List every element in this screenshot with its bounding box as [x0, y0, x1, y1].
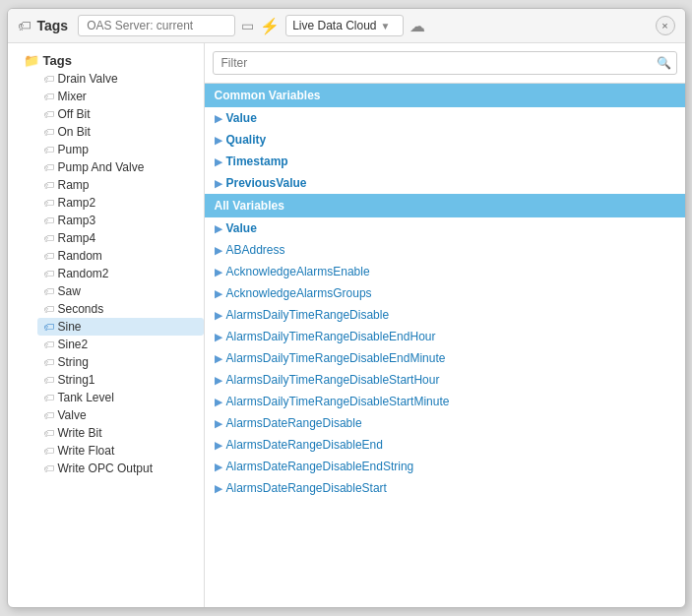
- tree-item[interactable]: 🏷Ramp4: [37, 229, 204, 247]
- variable-item-label: AcknowledgeAlarmsGroups: [226, 286, 372, 300]
- tree-item-label: Pump: [58, 143, 89, 156]
- chevron-right-icon: ▶: [215, 332, 222, 342]
- tree-item-label: Sine2: [58, 338, 89, 351]
- tag-icon: 🏷: [43, 392, 54, 403]
- tree-item-label: Mixer: [58, 90, 87, 103]
- tag-icon: 🏷: [43, 427, 54, 439]
- filter-input[interactable]: [213, 51, 677, 75]
- window-title: Tags: [37, 18, 69, 33]
- variable-item[interactable]: ▶PreviousValue: [205, 172, 685, 194]
- tree-item-label: Valve: [58, 408, 87, 422]
- chevron-right-icon: ▶: [215, 353, 222, 364]
- variable-item[interactable]: ▶AlarmsDailyTimeRangeDisable: [205, 304, 685, 326]
- tree-item[interactable]: 🏷Ramp3: [37, 212, 204, 229]
- tree-item[interactable]: 🏷Off Bit: [37, 105, 204, 123]
- tag-icon: 🏷: [43, 339, 54, 350]
- tree-item[interactable]: 🏷Sine2: [37, 336, 204, 353]
- variable-item[interactable]: ▶AlarmsDateRangeDisableStart: [205, 477, 685, 499]
- tree-item[interactable]: 🏷Saw: [37, 282, 204, 300]
- tree-item-label: Ramp: [58, 178, 90, 192]
- tree-item[interactable]: 🏷String: [37, 353, 204, 371]
- chevron-right-icon: ▶: [215, 267, 222, 277]
- chevron-right-icon: ▶: [215, 375, 222, 386]
- section-header: Common Variables: [205, 84, 685, 107]
- variable-item[interactable]: ▶ABAddress: [205, 239, 685, 261]
- variable-item[interactable]: ▶AcknowledgeAlarmsGroups: [205, 282, 685, 304]
- variable-item[interactable]: ▶AcknowledgeAlarmsEnable: [205, 261, 685, 282]
- tree-item[interactable]: 🏷Pump: [37, 141, 204, 158]
- variable-item[interactable]: ▶Value: [205, 107, 685, 129]
- tag-icon: 🏷: [43, 126, 54, 138]
- folder-icon: 📁: [24, 53, 39, 68]
- search-icon: 🔍: [657, 56, 671, 70]
- close-button[interactable]: ×: [656, 16, 675, 35]
- variable-item-label: Value: [226, 111, 257, 125]
- tree-root-folder: 📁 Tags: [18, 51, 204, 70]
- tree-item[interactable]: 🏷Valve: [37, 406, 204, 424]
- tree-items: 🏷Drain Valve🏷Mixer🏷Off Bit🏷On Bit🏷Pump🏷P…: [18, 70, 204, 477]
- tree-item[interactable]: 🏷Tank Level: [37, 389, 204, 406]
- variable-item[interactable]: ▶AlarmsDateRangeDisableEnd: [205, 434, 685, 456]
- tree-item[interactable]: 🏷Write OPC Output: [37, 460, 204, 477]
- left-panel: 📁 Tags 🏷Drain Valve🏷Mixer🏷Off Bit🏷On Bit…: [8, 43, 205, 607]
- dropdown-value: Live Data Cloud: [292, 19, 376, 32]
- tree-item-label: Random2: [58, 267, 109, 280]
- server-input[interactable]: [78, 15, 235, 36]
- section-header: All Variables: [205, 194, 685, 217]
- tree-item[interactable]: 🏷Write Float: [37, 442, 204, 460]
- variable-item[interactable]: ▶AlarmsDateRangeDisableEndString: [205, 456, 685, 477]
- title-bar-middle: ▭ ⚡ Live Data Cloud ▼ ☁: [78, 15, 645, 36]
- tree-item[interactable]: 🏷String1: [37, 371, 204, 389]
- variable-item-label: AlarmsDailyTimeRangeDisableEndMinute: [226, 351, 446, 365]
- data-source-dropdown[interactable]: Live Data Cloud ▼: [285, 15, 404, 36]
- variable-item[interactable]: ▶AlarmsDailyTimeRangeDisableStartMinute: [205, 391, 685, 412]
- tag-icon: 🏷: [43, 285, 54, 297]
- variable-item-label: AlarmsDailyTimeRangeDisableEndHour: [226, 330, 436, 343]
- variable-item[interactable]: ▶Quality: [205, 129, 685, 151]
- tree-item[interactable]: 🏷On Bit: [37, 123, 204, 141]
- chevron-right-icon: ▶: [215, 245, 222, 256]
- tree-item[interactable]: 🏷Mixer: [37, 88, 204, 105]
- tree-item[interactable]: 🏷Pump And Valve: [37, 158, 204, 176]
- chevron-right-icon: ▶: [215, 135, 222, 146]
- chevron-right-icon: ▶: [215, 310, 222, 321]
- tree-item-label: Sine: [58, 320, 82, 334]
- tag-icon: 🏷: [43, 91, 54, 102]
- variable-item[interactable]: ▶AlarmsDailyTimeRangeDisableEndHour: [205, 326, 685, 347]
- chevron-right-icon: ▶: [215, 418, 222, 429]
- chevron-right-icon: ▶: [215, 288, 222, 299]
- variable-item[interactable]: ▶Value: [205, 217, 685, 239]
- tag-icon: 🏷: [43, 161, 54, 173]
- tree-item[interactable]: 🏷Random2: [37, 265, 204, 282]
- tree-item-label: Saw: [58, 284, 81, 298]
- variable-item[interactable]: ▶Timestamp: [205, 151, 685, 172]
- main-content: 📁 Tags 🏷Drain Valve🏷Mixer🏷Off Bit🏷On Bit…: [8, 43, 685, 607]
- chevron-right-icon: ▶: [215, 397, 222, 407]
- tree-item-label: Tank Level: [58, 391, 114, 404]
- variable-item-label: Quality: [226, 133, 267, 147]
- tag-icon: 🏷: [43, 321, 54, 333]
- copy-icon[interactable]: ▭: [241, 18, 254, 33]
- tree-item[interactable]: 🏷Write Bit: [37, 424, 204, 442]
- variable-list: Common Variables▶Value▶Quality▶Timestamp…: [205, 84, 685, 607]
- tree-item[interactable]: 🏷Drain Valve: [37, 70, 204, 88]
- chevron-down-icon: ▼: [381, 21, 391, 31]
- tree-item-label: String: [58, 355, 89, 369]
- chevron-right-icon: ▶: [215, 462, 222, 472]
- tag-icon: 🏷: [43, 445, 54, 457]
- tree-item-label: Write Float: [58, 444, 115, 458]
- filter-bar: 🔍: [205, 43, 685, 84]
- tree-item[interactable]: 🏷Ramp2: [37, 194, 204, 212]
- tree-item-label: Write OPC Output: [58, 462, 153, 475]
- tree-item-label: Ramp4: [58, 231, 96, 245]
- tree-item[interactable]: 🏷Seconds: [37, 300, 204, 318]
- tree-item[interactable]: 🏷Random: [37, 247, 204, 265]
- chevron-right-icon: ▶: [215, 483, 222, 494]
- tree-item[interactable]: 🏷Sine: [37, 318, 204, 336]
- variable-item[interactable]: ▶AlarmsDailyTimeRangeDisableStartHour: [205, 369, 685, 391]
- chevron-right-icon: ▶: [215, 440, 222, 451]
- tree-item[interactable]: 🏷Ramp: [37, 176, 204, 194]
- lightning-icon: ⚡: [260, 17, 280, 35]
- variable-item[interactable]: ▶AlarmsDateRangeDisable: [205, 412, 685, 434]
- variable-item[interactable]: ▶AlarmsDailyTimeRangeDisableEndMinute: [205, 347, 685, 369]
